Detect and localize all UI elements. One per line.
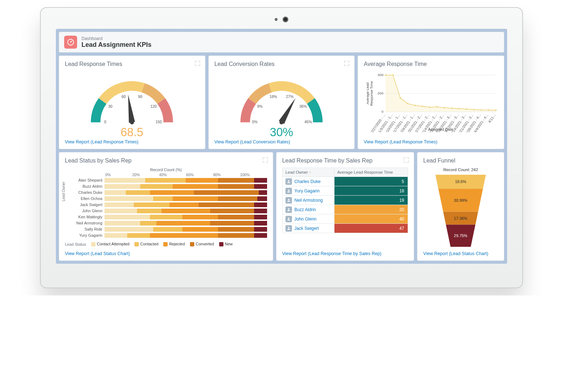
stacked-row: Charles Duke [65,190,267,195]
svg-point-30 [429,106,431,108]
stacked-row: Yury Gagarin [65,232,267,238]
view-report-link[interactable]: View Report (Lead Response Times) [65,139,199,144]
svg-text:45%: 45% [305,120,312,124]
col-lead-owner[interactable]: Lead Owner↑ [282,168,334,177]
svg-point-1 [70,42,71,43]
table-row[interactable]: Jack Swigert 47 [282,224,408,233]
page-title: Lead Assignment KPIs [81,41,151,48]
owner-name: Yury Gagarin [294,188,320,193]
card-title: Lead Status by Sales Rep [65,157,267,164]
header-text: Dashboard Lead Assignment KPIs [81,36,151,49]
svg-point-26 [400,97,402,99]
avatar-icon [285,188,292,194]
avatar-icon [285,178,292,185]
gauge-response-times: 030609012015068.5 [65,71,199,139]
expand-icon[interactable] [195,61,200,66]
svg-point-27 [407,103,409,104]
table-row[interactable]: Charles Duke 5 [282,177,408,186]
svg-point-38 [488,109,489,111]
svg-point-8 [130,120,134,124]
owner-name: John Glenn [294,217,316,222]
svg-point-29 [422,106,424,107]
funnel-count-label: Record Count: 242 [443,168,478,172]
owner-name: Jack Swigert [294,226,319,231]
svg-text:9%: 9% [257,104,262,108]
stacked-row: Ken Mattingly [65,214,267,220]
svg-text:90: 90 [138,95,142,99]
svg-point-25 [392,74,394,76]
svg-text:Assigned Date: Assigned Date [428,127,453,132]
svg-text:150: 150 [156,120,162,124]
screen: Dashboard Lead Assignment KPIs Lead Resp… [56,29,507,264]
svg-text:60: 60 [122,95,126,99]
dashboard-gauge-icon [64,36,77,49]
avatar-icon [285,216,292,222]
col-avg-response[interactable]: Average Lead Response Time [334,168,408,177]
svg-text:29.75%: 29.75% [454,233,467,238]
owner-name: Charles Duke [294,179,321,184]
avatar-icon [285,197,292,204]
expand-icon[interactable] [344,61,349,66]
stacked-row: Alan Shepard [65,177,267,183]
avatar-icon [285,206,292,213]
svg-text:27%: 27% [286,95,293,99]
svg-text:17.36%: 17.36% [454,216,467,220]
svg-text:Average LeadResponse Time: Average LeadResponse Time [365,81,373,106]
view-report-link[interactable]: View Report (Lead Response Time by Sales… [282,251,408,256]
line-chart-avg-response: 020040012/27/2020 - …1/3/2021 - 1…1/10/2… [364,71,498,139]
svg-point-33 [451,107,453,109]
svg-point-24 [385,74,387,76]
dashboard-header: Dashboard Lead Assignment KPIs [59,32,504,53]
camera-lens-icon [283,17,288,22]
card-response-by-rep: Lead Response Time by Sales Rep Lead Own… [276,152,415,261]
table-row[interactable]: Neil Armstrong 19 [282,196,408,205]
svg-text:0%: 0% [252,120,257,124]
funnel-chart: Record Count: 242 18.6%30.99%17.36%29.75… [423,168,498,251]
card-title: Lead Response Times [65,61,199,67]
svg-text:120: 120 [151,104,157,108]
svg-point-34 [458,108,460,110]
stacked-row: Neil Armstrong [65,220,267,226]
owner-name: Buzz Aldrin [294,207,316,212]
svg-point-32 [444,107,445,109]
svg-point-16 [279,120,283,124]
view-report-link[interactable]: View Report (Lead Response Times) [364,139,498,144]
svg-text:68.5: 68.5 [121,126,143,139]
table-row[interactable]: Yury Gagarin 18 [282,186,408,196]
view-report-link[interactable]: View Report (Lead Status Chart) [423,251,498,256]
stacked-row: Jack Swigert [65,202,267,208]
svg-text:36%: 36% [299,104,307,108]
tablet-frame: Dashboard Lead Assignment KPIs Lead Resp… [40,7,523,288]
stacked-row: John Glenn [65,208,267,214]
camera-dot-icon [275,18,278,21]
svg-text:18.6%: 18.6% [455,179,466,184]
svg-point-28 [414,104,416,106]
svg-point-35 [466,108,467,110]
table-row[interactable]: Buzz Aldrin 20 [282,205,408,214]
expand-icon[interactable] [263,157,268,162]
svg-text:0: 0 [104,120,106,124]
card-title: Lead Funnel [423,157,498,164]
camera-bar [275,17,288,22]
view-report-link[interactable]: View Report (Lead Status Chart) [65,251,267,256]
expand-icon[interactable] [404,157,409,162]
owner-name: Neil Armstrong [294,198,323,203]
stacked-bar-chart: Record Count (%)0%20%40%60%80%100%Lead O… [65,168,267,251]
svg-point-36 [473,109,475,111]
card-title: Lead Conversion Rates [214,61,349,67]
stacked-row: Sally Ride [65,226,267,232]
svg-point-31 [436,106,438,108]
svg-point-39 [495,109,497,111]
card-lead-funnel: Lead Funnel Record Count: 242 18.6%30.99… [417,152,504,261]
avatar-icon [285,225,292,232]
svg-text:400: 400 [378,73,384,77]
card-lead-status-by-rep: Lead Status by Sales Rep Record Count (%… [59,152,273,261]
card-lead-conversion-rates: Lead Conversion Rates 0%9%18%27%36%45%30… [208,55,355,149]
view-report-link[interactable]: View Report (Lead Conversion Rates) [214,139,349,144]
header-eyebrow: Dashboard [81,36,151,41]
svg-text:30%: 30% [270,126,293,139]
table-row[interactable]: John Glenn 40 [282,214,408,224]
stacked-row: Ellen Ochoa [65,196,267,201]
card-lead-response-times: Lead Response Times 030609012015068.5 Vi… [59,55,205,149]
svg-text:4/11…: 4/11… [487,113,497,124]
